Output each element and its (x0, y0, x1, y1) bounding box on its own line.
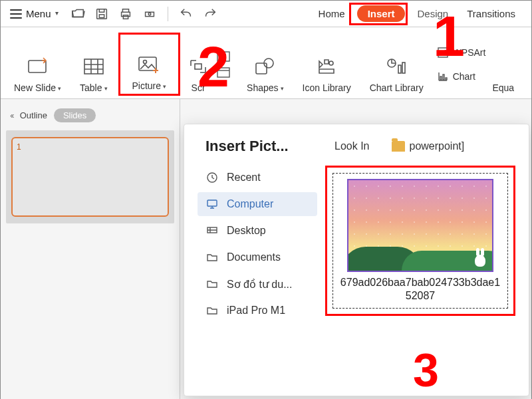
chevron-down-icon: ▾ (163, 83, 166, 90)
menu-button[interactable]: Menu ▾ (10, 8, 59, 19)
folder-icon (205, 304, 219, 317)
separator (168, 7, 168, 21)
source-ipad[interactable]: iPad Pro M1 (198, 299, 317, 323)
source-label: iPad Pro M1 (227, 305, 285, 317)
source-recent[interactable]: Recent (198, 166, 317, 190)
source-documents[interactable]: Documents (198, 245, 317, 269)
chevron-down-icon: ▾ (104, 85, 108, 92)
ribbon-tabs: Home Insert Design Transitions (312, 5, 522, 22)
look-in-folder[interactable]: powerpoint] (392, 140, 464, 152)
screenshot-icon (186, 55, 210, 78)
source-sodo[interactable]: Sơ đồ tư du... (198, 272, 317, 296)
slide-number: 1 (17, 142, 21, 152)
dialog-title: Insert Pict... (205, 138, 319, 155)
source-list: Recent Computer Desktop Documents Sơ đồ … (198, 166, 317, 323)
picture-button[interactable]: Picture▾ (118, 33, 181, 96)
insert-picture-dialog: Insert Pict... Look In powerpoint] Recen… (184, 124, 529, 396)
svg-rect-1 (99, 14, 104, 17)
slide-thumbnail-1[interactable]: 1 (11, 137, 169, 217)
wpsart-label: WPSArt (453, 47, 486, 58)
chart-button[interactable]: Chart (437, 70, 486, 82)
folder-name: powerpoint] (409, 140, 464, 152)
folder-icon (392, 141, 405, 152)
collapse-panel-button[interactable]: ‹‹ (10, 110, 13, 120)
wpsart-button[interactable]: WPSArt (437, 47, 486, 59)
picture-label: Picture (132, 80, 162, 91)
svg-rect-3 (123, 15, 128, 19)
file-item[interactable]: 679ad026baa7bab024733b3dae152087 (332, 173, 508, 309)
undo-icon[interactable] (179, 7, 194, 21)
source-desktop[interactable]: Desktop (198, 219, 317, 243)
slide-thumbnail-container: 1 (6, 130, 174, 223)
svg-rect-14 (256, 63, 267, 74)
svg-point-7 (43, 61, 45, 63)
source-label: Recent (227, 172, 261, 184)
equation-label: Equa (492, 82, 514, 93)
new-slide-button[interactable]: New Slide▾ (6, 33, 69, 96)
tab-insert[interactable]: Insert (357, 5, 406, 22)
svg-point-5 (148, 13, 151, 15)
equation-button[interactable]: Equa (488, 33, 522, 96)
ribbon: New Slide▾ Table▾ Picture▾ Scr (1, 27, 531, 99)
table-label: Table (80, 82, 102, 93)
source-computer[interactable]: Computer (198, 192, 317, 216)
tab-home[interactable]: Home (312, 5, 352, 22)
image-thumbnail (347, 179, 493, 272)
svg-point-10 (144, 61, 147, 64)
folder-icon (205, 251, 219, 264)
svg-rect-18 (402, 63, 405, 73)
table-button[interactable]: Table▾ (72, 33, 115, 96)
svg-rect-22 (446, 78, 447, 80)
chart-icon (437, 70, 449, 82)
chart-label: Chart (453, 71, 475, 82)
small-group (216, 51, 236, 78)
textbox-mini-button[interactable] (216, 51, 236, 63)
chart-library-label: Chart Library (370, 82, 424, 93)
folder-icon (205, 277, 219, 291)
wpsart-icon (437, 47, 449, 59)
screenshot-button[interactable]: Scr (183, 33, 213, 96)
svg-rect-11 (195, 64, 201, 69)
chart-library-button[interactable]: Chart Library (362, 33, 432, 96)
source-label: Sơ đồ tư du... (227, 278, 292, 291)
icon-library-button[interactable]: Icon Library (295, 33, 359, 96)
annotation-box-3: 679ad026baa7bab024733b3dae152087 (325, 166, 515, 316)
new-slide-icon (26, 55, 50, 78)
icon-library-label: Icon Library (303, 82, 351, 93)
svg-rect-24 (207, 200, 217, 206)
shapes-label: Shapes (247, 82, 278, 93)
shapes-icon (253, 55, 277, 78)
source-label: Documents (227, 251, 281, 263)
chevron-down-icon: ▾ (55, 9, 59, 17)
tab-transitions[interactable]: Transitions (460, 5, 522, 22)
table-icon (82, 55, 106, 78)
header-mini-button[interactable] (216, 66, 236, 78)
tab-design[interactable]: Design (410, 5, 455, 22)
redo-icon[interactable] (203, 7, 217, 21)
svg-rect-20 (440, 76, 442, 80)
slides-tab[interactable]: Slides (54, 108, 96, 122)
hamburger-icon (10, 9, 22, 19)
print-icon[interactable] (118, 7, 133, 21)
desktop-icon (205, 224, 219, 237)
outline-tab[interactable]: Outline (20, 110, 47, 120)
picture-icon (137, 53, 161, 76)
print-preview-icon[interactable] (142, 7, 157, 21)
svg-rect-13 (217, 68, 229, 77)
icon-library-icon (315, 55, 338, 78)
screenshot-label: Scr (192, 82, 205, 93)
svg-rect-21 (443, 74, 444, 80)
svg-rect-6 (29, 61, 46, 72)
shapes-button[interactable]: Shapes▾ (239, 33, 291, 96)
monitor-icon (205, 198, 219, 211)
file-browser: 679ad026baa7bab024733b3dae152087 (325, 166, 515, 323)
svg-rect-8 (84, 59, 103, 74)
chart-library-icon (384, 55, 408, 78)
new-slide-label: New Slide (14, 82, 56, 93)
source-label: Desktop (227, 225, 266, 237)
save-icon[interactable] (94, 7, 109, 21)
open-icon[interactable] (70, 7, 85, 21)
clock-icon (205, 171, 219, 184)
quick-access-toolbar (70, 7, 217, 21)
svg-rect-2 (121, 12, 130, 16)
